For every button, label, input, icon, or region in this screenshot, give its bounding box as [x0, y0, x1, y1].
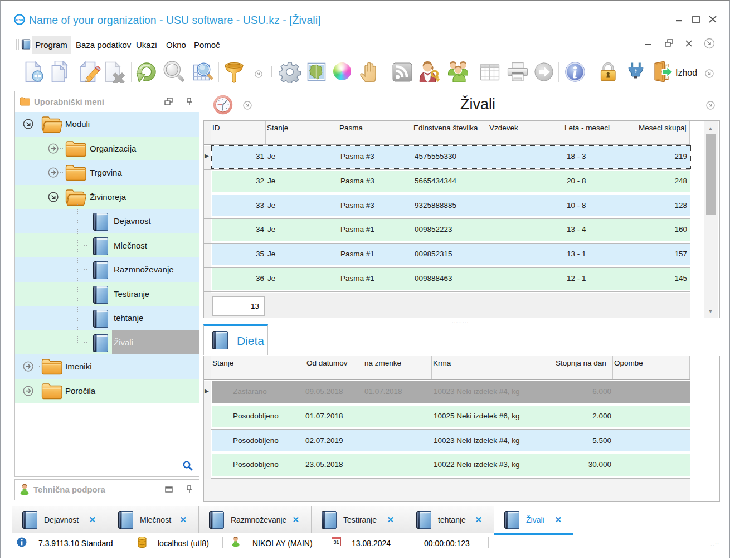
- svg-text:31: 31: [333, 539, 339, 545]
- svg-text:usu: usu: [16, 17, 23, 22]
